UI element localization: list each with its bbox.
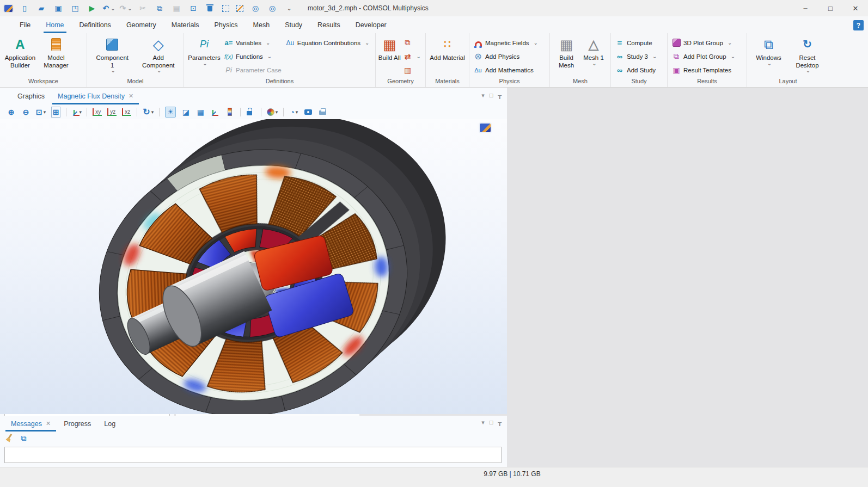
insert-sequence-button[interactable] <box>401 36 423 50</box>
tab-file[interactable]: File <box>12 16 38 33</box>
parameter-case-button[interactable]: Parameter Case <box>222 63 284 77</box>
duplicate-icon[interactable] <box>188 3 198 13</box>
copy-icon[interactable] <box>155 3 164 13</box>
tab-progress[interactable]: Progress <box>57 416 97 431</box>
pin-panel-icon[interactable]: ┰ <box>498 419 502 431</box>
environment-reflections-icon[interactable]: ▾ <box>289 107 298 118</box>
clear-messages-icon[interactable] <box>4 433 14 443</box>
build-mesh-button[interactable]: Build Mesh <box>552 34 580 69</box>
zoom-extents-icon[interactable] <box>51 107 60 118</box>
new-file-icon[interactable] <box>20 3 29 13</box>
zoom-in-icon[interactable] <box>7 107 16 118</box>
maximize-button[interactable] <box>818 0 843 16</box>
component-1-button[interactable]: Component 1 <box>94 34 130 72</box>
print-icon[interactable] <box>319 107 328 118</box>
mesh-1-button[interactable]: Mesh 1 <box>580 34 607 65</box>
cut-icon[interactable] <box>138 3 148 13</box>
view-orientation-icon[interactable]: ▾ <box>72 107 81 118</box>
group-label-materials: Materials <box>428 78 467 87</box>
tab-log[interactable]: Log <box>97 416 122 431</box>
add-component-button[interactable]: Add Component <box>140 34 176 72</box>
compute-button[interactable]: Compute <box>613 36 659 50</box>
add-study-button[interactable]: Add Study <box>613 63 659 77</box>
tab-geometry[interactable]: Geometry <box>119 16 164 33</box>
update-geometry-button[interactable] <box>401 50 423 63</box>
add-mathematics-button[interactable]: Add Mathematics <box>472 63 540 77</box>
copy-to-clipboard-icon[interactable] <box>19 433 28 443</box>
paste-icon[interactable] <box>172 3 181 13</box>
add-physics-button[interactable]: Add Physics <box>472 50 540 63</box>
windows-button[interactable]: Windows <box>751 34 787 65</box>
variables-button[interactable]: Variables <box>222 36 284 50</box>
save-icon[interactable] <box>53 3 63 13</box>
functions-button[interactable]: Functions <box>222 50 284 63</box>
zoom-out-icon[interactable] <box>21 107 30 118</box>
build-all-button[interactable]: Build All <box>378 34 401 62</box>
grid-icon[interactable] <box>196 107 205 118</box>
tab-mesh[interactable]: Mesh <box>246 16 278 33</box>
float-panel-icon[interactable]: □ <box>490 92 493 104</box>
view-xy-icon[interactable]: xy <box>93 108 102 116</box>
close-button[interactable] <box>843 0 868 16</box>
close-tab-icon[interactable]: ✕ <box>46 420 51 427</box>
tab-materials[interactable]: Materials <box>164 16 207 33</box>
show-axes-icon[interactable] <box>211 107 220 118</box>
tab-messages[interactable]: Messages ✕ <box>4 416 57 431</box>
pin-panel-icon[interactable]: ┰ <box>498 92 502 104</box>
lock-axis-icon[interactable] <box>246 107 255 118</box>
tab-definitions[interactable]: Definitions <box>72 16 119 33</box>
color-legend-icon[interactable] <box>225 107 235 118</box>
undo-icon[interactable] <box>104 3 114 13</box>
clear-selection-icon[interactable] <box>236 5 243 12</box>
panel-menu-icon[interactable]: ▾ <box>481 419 485 431</box>
delete-icon[interactable] <box>205 3 215 13</box>
tab-graphics[interactable]: Graphics <box>11 88 51 104</box>
rotate-view-icon[interactable]: ▾ <box>143 107 154 118</box>
study-3-button[interactable]: Study 3 <box>613 50 659 63</box>
reset-desktop-button[interactable]: Reset Desktop <box>790 34 826 72</box>
add-material-button[interactable]: Add Material <box>430 34 466 62</box>
snapshot-icon[interactable] <box>304 107 313 118</box>
select-box-icon[interactable] <box>222 5 229 12</box>
image-palette-icon[interactable]: ▾ <box>267 107 278 118</box>
tab-results[interactable]: Results <box>310 16 348 33</box>
result-templates-button[interactable]: Result Templates <box>670 63 737 77</box>
zoom-box-icon[interactable]: ▾ <box>36 107 46 118</box>
application-builder-button[interactable]: Application Builder <box>2 34 38 69</box>
run-icon[interactable] <box>87 3 97 13</box>
messages-output[interactable] <box>4 447 502 463</box>
minimize-button[interactable] <box>793 0 818 16</box>
close-tab-icon[interactable]: ✕ <box>129 93 133 100</box>
tab-developer[interactable]: Developer <box>348 16 394 33</box>
magnetic-fields-button[interactable]: Magnetic Fields <box>472 36 540 50</box>
save-as-icon[interactable] <box>70 3 80 13</box>
3d-plot-group-button[interactable]: 3D Plot Group <box>670 36 737 50</box>
scene-light-icon[interactable] <box>165 107 176 118</box>
customize-toolbar-icon[interactable] <box>284 3 294 13</box>
float-panel-icon[interactable]: □ <box>490 419 493 431</box>
ribbon-group-definitions: Parameters Variables Functions Parameter… <box>184 33 376 87</box>
parameters-button[interactable]: Parameters <box>186 34 222 65</box>
tab-study[interactable]: Study <box>277 16 310 33</box>
group-label-geometry: Geometry <box>378 78 423 87</box>
transparency-icon[interactable] <box>181 107 191 118</box>
equation-contributions-icon <box>286 39 295 47</box>
panel-menu-icon[interactable]: ▾ <box>481 92 485 104</box>
find-icon[interactable] <box>250 3 260 13</box>
find-in-model-icon[interactable] <box>267 3 277 13</box>
tab-physics[interactable]: Physics <box>206 16 245 33</box>
model-manager-button[interactable]: Model Manager <box>38 34 74 69</box>
equation-contributions-button[interactable]: Equation Contributions <box>284 36 372 50</box>
graphics-canvas[interactable] <box>0 119 507 414</box>
motor-3d-visualization[interactable] <box>0 119 507 414</box>
virtual-operations-button[interactable] <box>401 63 423 77</box>
tab-home[interactable]: Home <box>38 16 71 33</box>
redo-icon[interactable] <box>121 3 131 13</box>
view-yz-icon[interactable]: yz <box>107 108 117 116</box>
view-xz-icon[interactable]: xz <box>122 108 131 116</box>
open-file-icon[interactable] <box>36 3 46 13</box>
help-button[interactable]: ? <box>853 20 864 30</box>
add-plot-group-button[interactable]: Add Plot Group <box>670 50 737 63</box>
comsol-watermark-icon[interactable] <box>480 124 491 132</box>
tab-magnetic-flux-density[interactable]: Magnetic Flux Density ✕ <box>51 88 140 104</box>
